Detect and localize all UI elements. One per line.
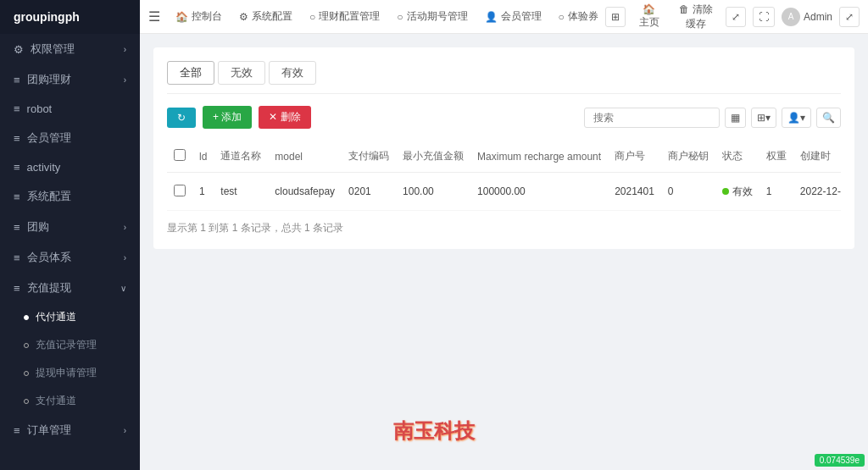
row-checkbox[interactable] (174, 185, 186, 196)
sidebar-item-activity[interactable]: ≡ activity (0, 153, 140, 181)
sidebar-item-label: robot (27, 102, 53, 115)
dot-icon (24, 343, 29, 348)
sidebar-item-huiyuan[interactable]: ≡ 会员管理 (0, 123, 140, 153)
home-button[interactable]: 🏠 主页 (632, 1, 666, 32)
topnav-item-xitong[interactable]: ⚙ 系统配置 (232, 6, 299, 27)
table-row: 1 test cloudsafepay 0201 100.00 100000.0… (167, 173, 841, 211)
tab-valid[interactable]: 有效 (269, 61, 316, 85)
tab-all[interactable]: 全部 (167, 61, 214, 85)
topnav-item-kongzhi[interactable]: 🏠 控制台 (169, 6, 229, 27)
cell-weight: 1 (760, 173, 793, 211)
admin-label: Admin (804, 11, 832, 23)
list-icon: ≡ (14, 161, 20, 174)
col-secret: 商户秘钥 (661, 141, 715, 173)
list-icon: ≡ (14, 191, 20, 203)
content-card: 全部 无效 有效 ↻ + 添加 ✕ 删除 ▦ ⊞▾ 👤▾ 🔍 (153, 47, 854, 249)
user-columns-button[interactable]: 👤▾ (782, 108, 811, 128)
list-icon: ≡ (14, 282, 20, 295)
cell-created: 2022-12-07 (793, 173, 841, 211)
topnav-item-label: 理财配置管理 (319, 9, 380, 24)
sidebar-sub-item-label: 代付通道 (36, 310, 76, 324)
cell-status: 有效 (715, 173, 760, 211)
list-icon: ≡ (14, 132, 20, 145)
list-icon: ≡ (14, 102, 20, 115)
cell-name: test (214, 173, 268, 211)
dot-icon (24, 371, 29, 376)
cell-maxamount: 100000.00 (470, 173, 608, 211)
gear-icon: ⚙ (239, 11, 248, 23)
topnav-item-huiyuan[interactable]: 👤 会员管理 (478, 6, 548, 27)
cell-id: 1 (192, 173, 214, 211)
avatar: A (782, 8, 800, 26)
sidebar-sub-item-label: 充值记录管理 (36, 338, 97, 352)
dot-icon (24, 399, 29, 404)
tab-invalid[interactable]: 无效 (218, 61, 265, 85)
refresh-button[interactable]: ↻ (167, 108, 196, 128)
topnav-item-licai[interactable]: ○ 理财配置管理 (303, 6, 387, 27)
sidebar-sub-item-tixian[interactable]: 提现申请管理 (0, 359, 140, 387)
topnav-items: 🏠 控制台 ⚙ 系统配置 ○ 理财配置管理 ○ 活动期号管理 👤 会员管理 ○ (169, 6, 605, 27)
sidebar-sub-item-zhifu[interactable]: 支付通道 (0, 387, 140, 415)
sidebar-item-xitong[interactable]: ≡ 系统配置 (0, 181, 140, 212)
sidebar-item-robot[interactable]: ≡ robot (0, 95, 140, 123)
grid-view-button[interactable]: ⊞ (605, 7, 626, 27)
table-view-button[interactable]: ▦ (725, 108, 746, 128)
sidebar-sub-item-chongzhi[interactable]: 充值记录管理 (0, 331, 140, 359)
status-badge: 有效 (722, 185, 753, 199)
list-icon: ≡ (14, 221, 20, 234)
sidebar-item-label: 订单管理 (27, 423, 71, 438)
topnav-item-label: 活动期号管理 (407, 9, 468, 24)
version-badge: 0.074539e (815, 454, 865, 467)
chevron-icon: › (124, 75, 126, 85)
cell-minamount: 100.00 (396, 173, 470, 211)
topnav-item-label: 系统配置 (252, 9, 292, 24)
sidebar-item-label: 会员体系 (27, 250, 71, 265)
sidebar-sub-item-label: 支付通道 (36, 394, 76, 408)
sidebar-item-label: 团购 (27, 219, 49, 235)
clear-cache-button[interactable]: 🗑 清除缓存 (673, 0, 719, 34)
col-weight: 权重 (760, 141, 793, 173)
circle-icon: ○ (559, 11, 565, 23)
cell-merchant: 2021401 (608, 173, 661, 211)
main-area: ☰ 🏠 控制台 ⚙ 系统配置 ○ 理财配置管理 ○ 活动期号管理 👤 会员管理 (140, 0, 868, 470)
sidebar-item-chongzhi[interactable]: ≡ 充值提现 ∨ (0, 273, 140, 303)
menu-icon[interactable]: ☰ (148, 8, 160, 25)
topnav-item-label: 会员管理 (501, 9, 542, 24)
grid-toggle-button[interactable]: ⊞▾ (751, 108, 776, 128)
topnav-item-huodong[interactable]: ○ 活动期号管理 (390, 6, 474, 27)
topnav-item-label: 控制台 (192, 9, 222, 24)
search-box: ▦ ⊞▾ 👤▾ 🔍 (584, 108, 841, 128)
sidebar-logo: groupingph (0, 0, 140, 34)
col-model: model (268, 141, 342, 173)
add-button[interactable]: + 添加 (203, 106, 252, 129)
resize-icon[interactable]: ⤢ (726, 7, 746, 27)
sidebar-item-quanxian[interactable]: ⚙ 权限管理 › (0, 34, 140, 64)
sidebar-item-tuangou[interactable]: ≡ 团购 › (0, 212, 140, 242)
circle-icon: ○ (397, 11, 403, 23)
col-created: 创建时 (793, 141, 841, 173)
sidebar-sub-item-dafu[interactable]: 代付通道 (0, 303, 140, 331)
sidebar-item-dingdan[interactable]: ≡ 订单管理 › (0, 415, 140, 445)
sidebar-item-label: 充值提现 (27, 280, 71, 296)
settings-icon: ⚙ (14, 43, 24, 56)
delete-button[interactable]: ✕ 删除 (259, 106, 310, 129)
sidebar-item-tuangou-licai[interactable]: ≡ 团购理财 › (0, 64, 140, 95)
col-name: 通道名称 (214, 141, 268, 173)
table-footer: 显示第 1 到第 1 条记录，总共 1 条记录 (167, 221, 841, 235)
select-all-checkbox[interactable] (174, 149, 186, 161)
status-text: 有效 (732, 185, 753, 199)
sidebar: groupingph ⚙ 权限管理 › ≡ 团购理财 › ≡ robot ≡ 会… (0, 0, 140, 470)
topnav-item-tiyan[interactable]: ○ 体验券 (552, 6, 605, 27)
search-button[interactable]: 🔍 (816, 108, 841, 128)
dot-icon (24, 315, 29, 320)
tab-bar: 全部 无效 有效 (167, 61, 841, 94)
col-paycode: 支付编码 (342, 141, 396, 173)
topnav-item-label: 体验券 (568, 9, 598, 24)
share-button[interactable]: ⤢ (839, 7, 860, 27)
fullscreen-button[interactable]: ⛶ (753, 7, 775, 27)
chevron-icon: › (124, 253, 126, 263)
search-input[interactable] (584, 108, 720, 128)
admin-info: A Admin (782, 8, 832, 26)
sidebar-item-huiyuan-tixi[interactable]: ≡ 会员体系 › (0, 242, 140, 273)
topnav-right: ⊞ 🏠 主页 🗑 清除缓存 ⤢ ⛶ A Admin ⤢ (605, 0, 860, 34)
